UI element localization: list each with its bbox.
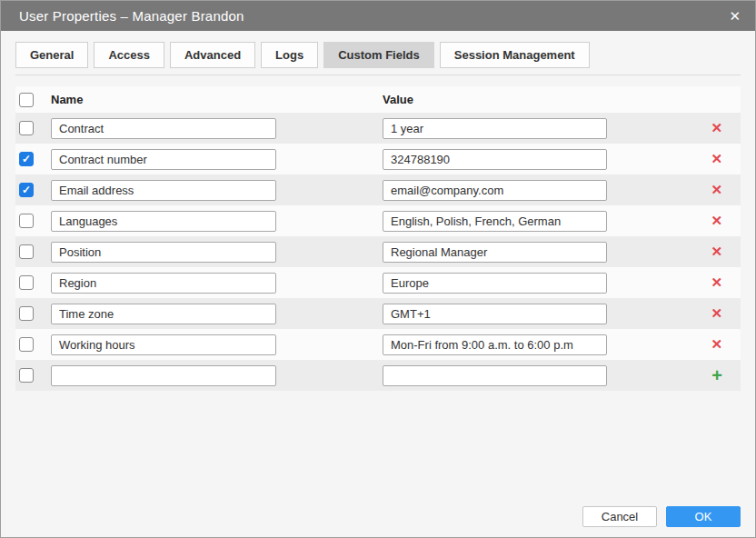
name-input[interactable] xyxy=(51,149,276,170)
name-input[interactable] xyxy=(51,365,276,386)
row-checkbox[interactable] xyxy=(19,214,34,228)
row-checkbox[interactable] xyxy=(19,121,34,135)
row-checkbox[interactable] xyxy=(19,337,34,352)
name-column-header: Name xyxy=(51,93,276,106)
value-input[interactable] xyxy=(383,365,607,386)
table-row: ✕ xyxy=(15,267,741,298)
tab-bar: GeneralAccessAdvancedLogsCustom FieldsSe… xyxy=(15,42,741,75)
value-input[interactable] xyxy=(383,180,607,201)
select-all-checkbox[interactable] xyxy=(19,93,34,107)
table-row: ✕ xyxy=(15,298,741,329)
value-input[interactable] xyxy=(383,211,607,232)
name-input[interactable] xyxy=(51,180,276,201)
value-input[interactable] xyxy=(383,273,607,294)
value-input[interactable] xyxy=(383,149,607,170)
tab-session-management[interactable]: Session Management xyxy=(440,42,590,68)
row-checkbox[interactable] xyxy=(19,244,34,259)
row-checkbox[interactable]: ✓ xyxy=(19,183,34,197)
delete-row-icon[interactable]: ✕ xyxy=(711,214,722,227)
value-input[interactable] xyxy=(383,304,607,324)
table-row: + xyxy=(15,360,741,391)
row-checkbox[interactable] xyxy=(19,275,34,290)
table-header-row: Name Value xyxy=(15,86,741,113)
row-checkbox[interactable] xyxy=(19,368,34,383)
footer: Cancel OK xyxy=(582,506,741,527)
delete-row-icon[interactable]: ✕ xyxy=(711,183,722,196)
title-bar: User Properties – Manager Brandon ✕ xyxy=(1,1,755,31)
delete-row-icon[interactable]: ✕ xyxy=(711,275,722,289)
tab-custom-fields[interactable]: Custom Fields xyxy=(323,42,434,68)
delete-row-icon[interactable]: ✕ xyxy=(711,244,722,258)
delete-row-icon[interactable]: ✕ xyxy=(711,337,722,351)
table-row: ✕ xyxy=(15,205,741,236)
tab-advanced[interactable]: Advanced xyxy=(170,42,255,68)
delete-row-icon[interactable]: ✕ xyxy=(711,121,722,134)
ok-button[interactable]: OK xyxy=(666,506,741,527)
custom-fields-table: Name Value ✕✓✕✓✕✕✕✕✕✕+ xyxy=(15,86,741,391)
value-input[interactable] xyxy=(383,334,607,355)
name-input[interactable] xyxy=(51,242,276,263)
dialog-title: User Properties – Manager Brandon xyxy=(19,8,244,24)
close-icon[interactable]: ✕ xyxy=(729,9,741,23)
name-input[interactable] xyxy=(51,211,276,232)
table-row: ✓✕ xyxy=(15,174,741,205)
table-row: ✕ xyxy=(15,113,741,144)
table-row: ✕ xyxy=(15,329,741,360)
row-checkbox[interactable] xyxy=(19,306,34,321)
table-row: ✓✕ xyxy=(15,144,741,174)
value-input[interactable] xyxy=(383,242,607,263)
value-input[interactable] xyxy=(383,118,607,139)
delete-row-icon[interactable]: ✕ xyxy=(711,306,722,320)
value-column-header: Value xyxy=(383,93,607,106)
name-input[interactable] xyxy=(51,304,276,324)
row-checkbox[interactable]: ✓ xyxy=(19,152,34,166)
delete-row-icon[interactable]: ✕ xyxy=(711,152,722,165)
tab-logs[interactable]: Logs xyxy=(261,42,318,68)
tab-general[interactable]: General xyxy=(15,42,88,68)
tab-access[interactable]: Access xyxy=(94,42,164,68)
user-properties-dialog: User Properties – Manager Brandon ✕ Gene… xyxy=(0,0,756,538)
cancel-button[interactable]: Cancel xyxy=(582,506,657,527)
table-row: ✕ xyxy=(15,236,741,267)
name-input[interactable] xyxy=(51,334,276,355)
name-input[interactable] xyxy=(51,118,276,139)
add-row-icon[interactable]: + xyxy=(711,366,722,384)
name-input[interactable] xyxy=(51,273,276,294)
